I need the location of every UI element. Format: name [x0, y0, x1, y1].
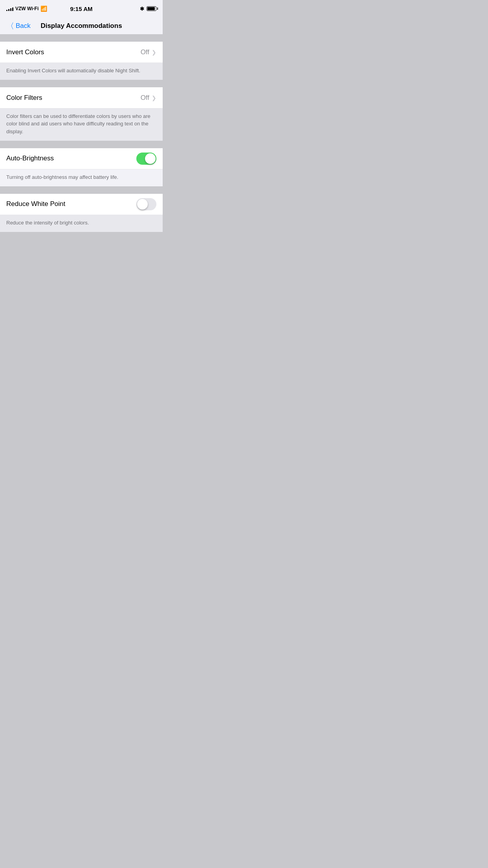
- nav-header: 〈 Back Display Accommodations: [0, 17, 163, 35]
- content-area: Invert Colors Off ❯ Enabling Invert Colo…: [0, 35, 163, 232]
- color-filters-value: Off: [141, 94, 149, 102]
- color-filters-description-block: Color filters can be used to differentia…: [0, 108, 163, 141]
- color-filters-description: Color filters can be used to differentia…: [6, 113, 150, 134]
- invert-colors-value-container: Off ❯: [141, 48, 156, 56]
- battery-fill: [147, 7, 155, 10]
- back-chevron-icon: 〈: [6, 22, 14, 30]
- status-left: VZW Wi-Fi 📶: [6, 6, 47, 12]
- page-title: Display Accommodations: [40, 22, 122, 30]
- section-gap-4: [0, 187, 163, 194]
- color-filters-row[interactable]: Color Filters Off ❯: [0, 87, 163, 108]
- invert-colors-description-block: Enabling Invert Colors will automaticall…: [0, 63, 163, 80]
- color-filters-chevron-icon: ❯: [152, 95, 156, 101]
- reduce-white-point-description: Reduce the intensity of bright colors.: [6, 220, 89, 226]
- reduce-white-point-description-block: Reduce the intensity of bright colors.: [0, 215, 163, 232]
- back-button[interactable]: 〈 Back: [3, 20, 34, 31]
- reduce-white-point-section: Reduce White Point Reduce the intensity …: [0, 194, 163, 232]
- section-gap-2: [0, 80, 163, 87]
- signal-bars-icon: [6, 6, 13, 11]
- auto-brightness-toggle[interactable]: [136, 153, 156, 165]
- auto-brightness-description: Turning off auto-brightness may affect b…: [6, 174, 118, 180]
- invert-colors-description: Enabling Invert Colors will automaticall…: [6, 68, 140, 74]
- status-time: 9:15 AM: [70, 6, 93, 12]
- invert-colors-value: Off: [141, 48, 149, 56]
- back-label[interactable]: Back: [16, 22, 31, 30]
- invert-colors-label: Invert Colors: [6, 48, 44, 56]
- auto-brightness-row: Auto-Brightness: [0, 148, 163, 169]
- section-gap-3: [0, 141, 163, 148]
- auto-brightness-section: Auto-Brightness Turning off auto-brightn…: [0, 148, 163, 187]
- auto-brightness-label: Auto-Brightness: [6, 154, 54, 162]
- invert-colors-chevron-icon: ❯: [152, 49, 156, 55]
- color-filters-label: Color Filters: [6, 94, 42, 102]
- section-gap-top: [0, 35, 163, 42]
- toggle-knob: [145, 153, 156, 164]
- battery-icon: [147, 6, 156, 11]
- status-right: ✱: [140, 6, 156, 12]
- bluetooth-icon: ✱: [140, 6, 144, 12]
- auto-brightness-description-block: Turning off auto-brightness may affect b…: [0, 169, 163, 187]
- reduce-white-point-label: Reduce White Point: [6, 200, 65, 208]
- reduce-white-point-toggle[interactable]: [136, 198, 156, 210]
- status-bar: VZW Wi-Fi 📶 9:15 AM ✱: [0, 0, 163, 17]
- invert-colors-row[interactable]: Invert Colors Off ❯: [0, 42, 163, 63]
- reduce-toggle-knob: [137, 199, 148, 210]
- reduce-white-point-row: Reduce White Point: [0, 194, 163, 215]
- wifi-icon: 📶: [40, 6, 47, 12]
- carrier-label: VZW Wi-Fi: [15, 6, 39, 11]
- color-filters-value-container: Off ❯: [141, 94, 156, 102]
